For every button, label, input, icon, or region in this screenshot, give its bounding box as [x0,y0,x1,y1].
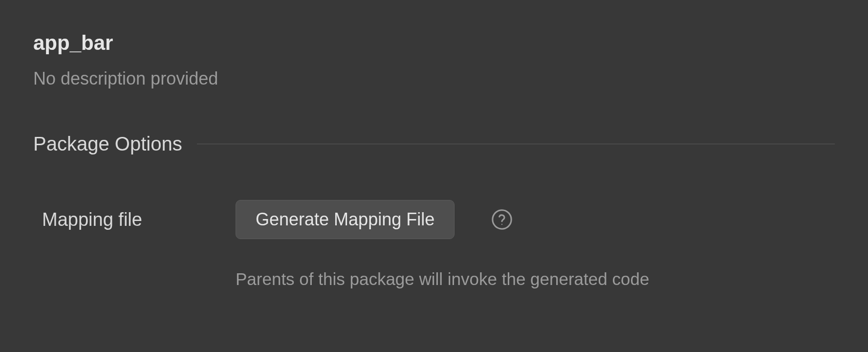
help-icon[interactable] [491,208,513,231]
svg-point-1 [501,224,502,225]
mapping-hint-row: Parents of this package will invoke the … [33,269,835,289]
section-title: Package Options [33,133,182,155]
mapping-file-label: Mapping file [42,209,236,230]
mapping-hint-text: Parents of this package will invoke the … [236,269,835,289]
section-divider [197,144,835,144]
mapping-file-row: Mapping file Generate Mapping File [33,200,835,239]
package-description: No description provided [33,68,835,89]
package-title: app_bar [33,31,835,55]
section-header: Package Options [33,133,835,155]
generate-mapping-file-button[interactable]: Generate Mapping File [236,200,455,239]
svg-point-0 [493,210,511,229]
